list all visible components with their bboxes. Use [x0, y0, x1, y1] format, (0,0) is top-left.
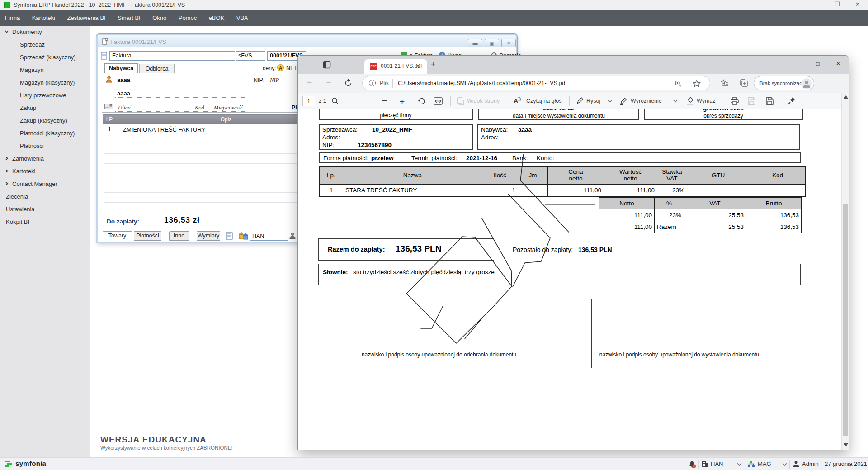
- tab-odbiorca[interactable]: Odbiorca: [139, 64, 175, 73]
- buyer-name2-field[interactable]: aaaa: [117, 90, 130, 97]
- invoice-window-titlebar[interactable]: Faktura 0001/21/FVS ▬ ▣ ✕: [98, 35, 516, 47]
- favorites-bar-icon[interactable]: [721, 79, 729, 87]
- street-underline: [115, 111, 191, 112]
- menu-firma[interactable]: Firma: [0, 10, 25, 21]
- tab-towary[interactable]: Towary: [103, 231, 132, 241]
- search-icon[interactable]: [331, 97, 339, 105]
- department-field[interactable]: HAN: [250, 232, 288, 241]
- browser-restore-button[interactable]: □: [811, 58, 825, 70]
- pdf-scrollbar[interactable]: [841, 93, 849, 450]
- sidebar-item-zlecenia[interactable]: Zlecenia: [0, 190, 90, 203]
- new-tab-button[interactable]: +: [431, 60, 435, 69]
- app-titlebar: Symfonia ERP Handel 2022 - 10_2022_HMF -…: [0, 0, 868, 10]
- notifications-bell-icon[interactable]: [688, 460, 696, 468]
- sidebar-item-ustawienia[interactable]: Ustawienia: [0, 203, 90, 216]
- invoice-restore-button[interactable]: ▣: [485, 39, 499, 47]
- sidebar-item-contact-manager[interactable]: Contact Manager: [0, 178, 90, 190]
- zoom-in-icon[interactable]: +: [400, 97, 405, 107]
- sidebar-item-sprzedaz[interactable]: Sprzedaż: [0, 38, 90, 51]
- erase-icon[interactable]: [686, 97, 693, 105]
- read-aloud-icon[interactable]: A)): [514, 97, 521, 104]
- chevron-down-icon[interactable]: [737, 463, 742, 466]
- menu-pomoc[interactable]: Pomoc: [174, 10, 202, 21]
- menu-ebok[interactable]: eBOK: [204, 10, 230, 21]
- nip-field[interactable]: NIP: [270, 77, 279, 84]
- draw-label[interactable]: Rysuj: [586, 98, 600, 104]
- fit-width-icon[interactable]: [434, 97, 443, 105]
- postal-code-field[interactable]: Kod: [195, 104, 204, 111]
- invoice-close-button[interactable]: ✕: [501, 39, 516, 47]
- menu-okno[interactable]: Okno: [147, 10, 171, 21]
- scroll-down-icon[interactable]: [844, 443, 848, 446]
- sidebar-item-zakup-klasyczny[interactable]: Zakup (klasyczny): [0, 114, 90, 127]
- save-as-icon[interactable]: [766, 97, 774, 105]
- tab-wymiary[interactable]: Wymiary: [197, 231, 220, 241]
- chevron-down-icon[interactable]: [608, 100, 612, 103]
- favorites-add-icon[interactable]: [693, 80, 701, 88]
- menu-kartoteki[interactable]: Kartoteki: [27, 10, 60, 21]
- sync-button[interactable]: Brak synchronizacji: [754, 76, 814, 90]
- url-text[interactable]: C:/Users/michal.madej.SMF/AppData/Local/…: [398, 80, 567, 86]
- workspaces-icon[interactable]: [323, 61, 331, 69]
- refresh-icon[interactable]: [344, 79, 353, 87]
- buyer-name2-underline: [115, 97, 249, 98]
- city-field[interactable]: Miejscowość: [214, 104, 243, 111]
- row-opis-value[interactable]: ZMIENIONA TREŚĆ FAKTURY: [123, 126, 205, 133]
- app-close-button[interactable]: ✕: [848, 0, 868, 10]
- zoom-icon[interactable]: [675, 80, 682, 87]
- sidebar-item-magazyn[interactable]: Magazyn: [0, 64, 90, 76]
- sidebar-item-listy[interactable]: Listy przewozowe: [0, 89, 90, 102]
- menu-vba[interactable]: VBA: [231, 10, 253, 21]
- tab-nabywca[interactable]: Nabywca: [104, 63, 138, 73]
- current-user[interactable]: Admin: [802, 461, 819, 467]
- forward-icon[interactable]: →: [325, 77, 332, 85]
- company-selector[interactable]: HAN: [711, 461, 723, 467]
- invoice-minimize-button[interactable]: ▬: [468, 39, 482, 47]
- read-aloud-label[interactable]: Czytaj na głos: [526, 98, 562, 104]
- price-type-icon[interactable]: A: [277, 64, 284, 71]
- tab-close-icon[interactable]: ✕: [415, 62, 420, 69]
- highlight-label[interactable]: Wyróżnienie: [631, 98, 662, 104]
- tab-inne[interactable]: Inne: [169, 231, 189, 241]
- sidebar-item-zamowienia[interactable]: Zamówienia: [0, 152, 90, 165]
- highlight-icon[interactable]: [620, 97, 627, 105]
- buyer-name-field[interactable]: aaaa: [117, 76, 130, 83]
- rotate-icon[interactable]: [417, 97, 426, 105]
- sidebar-item-kokpit-bi[interactable]: Kokpit BI: [0, 216, 90, 228]
- sidebar-item-sprzedaz-klasyczny[interactable]: Sprzedaż (klasyczny): [0, 51, 90, 64]
- app-restore-button[interactable]: ❐: [827, 0, 847, 10]
- address-pill[interactable]: i Plik C:/Users/michal.madej.SMF/AppData…: [362, 76, 710, 90]
- print-icon[interactable]: [731, 97, 739, 105]
- street-field[interactable]: Ulica: [118, 104, 131, 111]
- browser-menu-icon[interactable]: …: [830, 79, 837, 87]
- series-field[interactable]: sFVS: [236, 51, 265, 61]
- zoom-out-icon[interactable]: [382, 100, 387, 101]
- browser-minimize-button[interactable]: —: [791, 58, 804, 70]
- sidebar-item-kartoteki[interactable]: Kartoteki: [0, 165, 90, 178]
- sidebar-item-magazyn-klasyczny[interactable]: Magazyn (klasyczny): [0, 76, 90, 89]
- scroll-up-icon[interactable]: [844, 95, 848, 99]
- chevron-down-icon[interactable]: [782, 463, 787, 466]
- pin-toolbar-icon[interactable]: [787, 96, 796, 105]
- browser-tab[interactable]: PDF 0001-21-FVS.pdf ✕: [364, 59, 427, 74]
- chevron-down-icon[interactable]: [673, 100, 678, 103]
- tab-platnosci[interactable]: Płatności: [134, 231, 161, 241]
- menu-zestawienia[interactable]: Zestawienia BI: [62, 10, 110, 21]
- app-minimize-button[interactable]: —: [807, 0, 827, 10]
- draw-icon[interactable]: [576, 97, 583, 105]
- sidebar-item-zakup[interactable]: Zakup: [0, 102, 90, 114]
- sidebar-item-platnosci-klasyczny[interactable]: Płatności (klasyczny): [0, 127, 90, 140]
- education-watermark-subtitle: Wykorzystywanie w celach komercyjnych ZA…: [100, 445, 233, 451]
- sidebar-item-platnosci[interactable]: Płatności: [0, 140, 90, 152]
- document-type-field[interactable]: Faktura: [109, 51, 235, 61]
- menu-smartbi[interactable]: Smart BI: [113, 10, 146, 21]
- warehouse-selector[interactable]: MAG: [758, 461, 771, 467]
- browser-close-button[interactable]: ✕: [831, 58, 845, 70]
- sidebar-item-dokumenty[interactable]: Dokumenty: [0, 26, 90, 38]
- back-icon[interactable]: ←: [306, 77, 313, 85]
- erase-label[interactable]: Wymaż: [697, 98, 716, 104]
- scrollbar-thumb[interactable]: [843, 204, 848, 436]
- collections-icon[interactable]: [740, 79, 748, 87]
- page-number-input[interactable]: 1: [302, 96, 315, 106]
- page-info-icon[interactable]: i: [369, 80, 376, 86]
